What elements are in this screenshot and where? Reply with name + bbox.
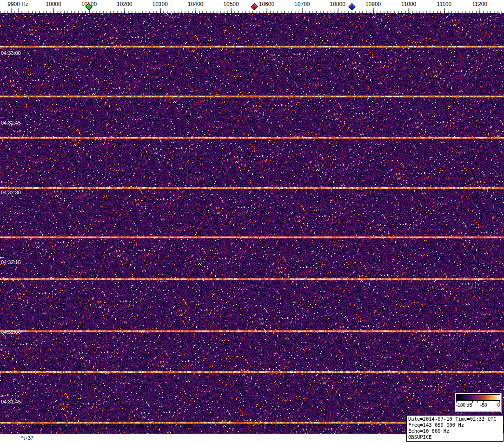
time-label: 04:33:00: [1, 50, 21, 56]
time-offset-label: ^t+37: [21, 435, 33, 441]
freq-tick-label: 10000: [46, 1, 61, 7]
spectrogram: [0, 13, 504, 434]
time-tick: [0, 187, 4, 188]
freq-tick-label: 10500: [223, 1, 239, 7]
color-scale-labels: -100 dB -50 0: [456, 403, 500, 409]
info-frequency: Freq=143 050 000 Hz: [408, 422, 502, 428]
frequency-axis: 9900 Hz100001010010200103001040010500106…: [0, 0, 504, 13]
freq-tick-label: 10400: [188, 1, 203, 7]
freq-tick-label: 10800: [330, 1, 345, 7]
freq-tick-label: 11200: [472, 1, 487, 7]
legend-max-label: 0: [497, 403, 500, 408]
time-tick: [0, 327, 4, 327]
freq-tick-label: 11000: [401, 1, 416, 7]
detection-stats-line: 20140710023137064 hCnt37 nb-87 f10595 hi…: [26, 423, 337, 429]
freq-tick-label: 10200: [117, 1, 132, 7]
legend-mid-label: -50: [480, 403, 487, 408]
time-tick: [0, 48, 4, 48]
freq-tick-label: 10900: [365, 1, 381, 7]
legend-min-label: -100 dB: [456, 403, 472, 408]
time-tick: [0, 257, 4, 258]
time-label: 04:32:00: [1, 329, 21, 335]
time-label: 04:32:45: [1, 120, 21, 126]
time-label: 04:32:30: [1, 190, 21, 195]
db-color-legend: -100 dB -50 0: [455, 393, 502, 412]
color-scale-gradient: [456, 394, 500, 401]
freq-tick-label: 10300: [153, 1, 168, 7]
freq-tick-label: 10600: [259, 1, 274, 7]
time-label: 04:31:45: [1, 399, 21, 404]
time-tick: [0, 118, 4, 118]
freq-tick-label: 11100: [437, 1, 452, 7]
info-observatory: OBSUPICE: [408, 434, 502, 440]
info-echo-frequency: Echo=10 600 Hz: [408, 428, 502, 434]
major-ticks: [0, 8, 504, 13]
spectrogram-canvas: [0, 13, 504, 434]
time-label: 04:32:15: [1, 259, 21, 265]
info-date-time: Date=2014-07-10 Time=02:33 UTC: [408, 416, 502, 422]
observation-info-box: Date=2014-07-10 Time=02:33 UTC Freq=143 …: [406, 415, 504, 442]
freq-tick-label: 9900 Hz: [7, 1, 28, 7]
time-tick: [0, 397, 4, 397]
freq-tick-label: 10700: [294, 1, 310, 7]
spectrogram-app: 9900 Hz100001010010200103001040010500106…: [0, 0, 504, 443]
